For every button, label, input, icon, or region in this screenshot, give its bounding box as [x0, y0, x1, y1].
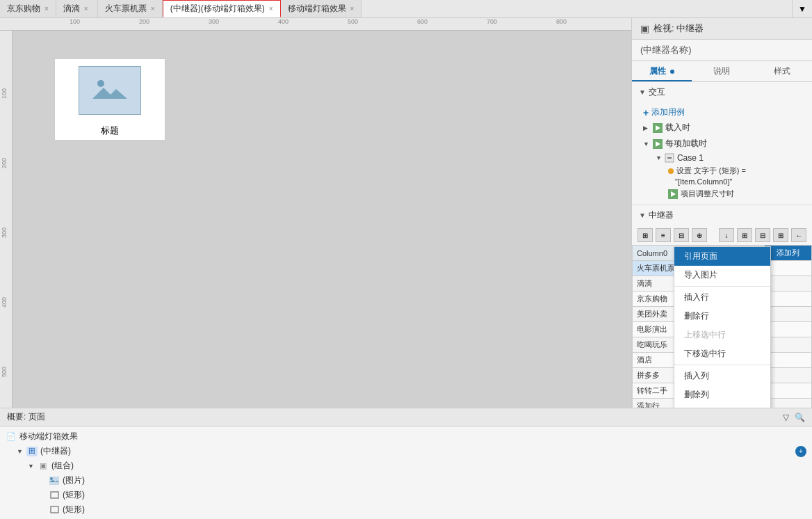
tree-label-rect2: (矩形): [63, 504, 85, 516]
repeater-section-header[interactable]: ▼ 中继器: [632, 205, 812, 225]
col-header-add[interactable]: 添加列: [764, 246, 811, 261]
interaction-section: ▼ 交互 + 添加用例 ▶ 载入时: [632, 82, 812, 205]
table-cell[interactable]: [764, 399, 811, 408]
cm-item-move-down[interactable]: 下移选中行: [674, 344, 770, 363]
tab-close-train[interactable]: ×: [151, 5, 155, 13]
tree-item-group[interactable]: ▼ ▣ (组合): [6, 458, 806, 473]
table-cell[interactable]: [764, 276, 811, 292]
event-load-label: 载入时: [665, 122, 690, 134]
rect1-icon: [49, 490, 60, 500]
page-icon: 📄: [6, 432, 17, 442]
interaction-section-header[interactable]: ▼ 交互: [632, 82, 812, 102]
table-cell[interactable]: [764, 368, 811, 383]
tab-close-repeater[interactable]: ×: [269, 5, 273, 13]
tab-properties-dot: [670, 70, 674, 74]
table-cell[interactable]: [764, 383, 811, 399]
tab-close-jd[interactable]: ×: [44, 5, 49, 13]
rtb-down-btn[interactable]: ↓: [719, 228, 734, 242]
cm-item-insert-row[interactable]: 插入行: [674, 288, 770, 307]
tab-didi[interactable]: 滴滴 ×: [56, 0, 98, 17]
tree-item-page[interactable]: 📄 移动端灯箱效果: [6, 429, 806, 444]
cm-item-move-left[interactable]: 左移选中列: [674, 404, 770, 408]
tab-jd[interactable]: 京东购物 ×: [0, 0, 56, 17]
cm-item-import-img[interactable]: 导入图片: [674, 266, 770, 285]
right-panel: ▣ 检视: 中继器 (中继器名称) 属性 说明 样式 ▼ 交互: [631, 18, 812, 408]
add-usecase-btn[interactable]: + 添加用例: [643, 105, 805, 120]
search-icon[interactable]: 🔍: [795, 413, 805, 422]
rtb-list-btn[interactable]: ≡: [656, 228, 671, 242]
ruler-mark-left-200: 200: [1, 158, 8, 168]
rect2-icon: [49, 505, 60, 515]
event-each-icon-svg: [654, 141, 661, 147]
tab-dropdown[interactable]: ▼: [792, 0, 812, 17]
table-cell[interactable]: [764, 353, 811, 368]
tree-item-rect2[interactable]: ▶ (矩形): [6, 502, 806, 517]
table-cell[interactable]: [764, 322, 811, 337]
event-load[interactable]: ▶ 载入时: [643, 120, 805, 136]
tab-style[interactable]: 样式: [752, 61, 812, 81]
rtb-repeater2-btn[interactable]: ⊞: [773, 228, 788, 242]
rect1-icon-svg: [50, 491, 59, 499]
tab-close-lightbox[interactable]: ×: [350, 5, 355, 13]
filter-icon[interactable]: ▽: [783, 413, 789, 422]
tab-train[interactable]: 火车票机票 ×: [98, 0, 163, 17]
bottom-panel-header: 概要: 页面 ▽ 🔍: [0, 408, 812, 426]
tab-repeater-active[interactable]: (中继器)(移动端灯箱效果) ×: [163, 0, 281, 17]
ruler-mark-800: 800: [556, 18, 567, 25]
ruler-mark-left-100: 100: [1, 88, 8, 99]
bottom-panel-title: 概要: 页面: [7, 411, 45, 423]
tab-description[interactable]: 说明: [692, 61, 752, 81]
svg-marker-7: [671, 191, 676, 197]
tree-expand-btn[interactable]: +: [795, 446, 806, 457]
action-1[interactable]: 设置 文字于 (矩形) =: [668, 164, 805, 177]
ruler-mark-left-300: 300: [1, 227, 8, 238]
case-1-row[interactable]: ▼ Case 1: [656, 152, 805, 164]
event-each-load-header[interactable]: ▼ 每项加载时: [643, 136, 805, 152]
tree-label-image: (图片): [63, 474, 85, 486]
cm-item-ref-page[interactable]: 引用页面: [674, 247, 770, 266]
svg-marker-3: [656, 125, 660, 131]
tree-label-rect1: (矩形): [63, 489, 85, 501]
rtb-table-btn[interactable]: ⊞: [737, 228, 752, 242]
event-each-load-arrow: ▼: [643, 141, 650, 147]
panel-header: ▣ 检视: 中继器: [632, 18, 812, 40]
svg-point-10: [50, 477, 53, 480]
widget-container[interactable]: 标题: [54, 58, 165, 141]
event-each-load-icon: [653, 139, 663, 149]
tab-close-didi[interactable]: ×: [84, 5, 88, 13]
tree-item-rect1[interactable]: ▶ (矩形): [6, 488, 806, 502]
tree-area: 📄 移动端灯箱效果 ▼ 田 (中继器) + ▼ ▣ (组合) ▶: [0, 426, 812, 519]
rtb-col-btn[interactable]: ⊟: [755, 228, 770, 242]
tree-label-repeater: (中继器): [40, 445, 71, 457]
table-cell[interactable]: [764, 261, 811, 276]
svg-rect-11: [51, 492, 58, 498]
rtb-detail-btn[interactable]: ⊟: [674, 228, 689, 242]
tree-item-repeater[interactable]: ▼ 田 (中继器) +: [6, 444, 806, 458]
tab-lightbox[interactable]: 移动端灯箱效果 ×: [281, 0, 362, 17]
case-1-icon: [665, 153, 674, 163]
case-1-container: ▼ Case 1 设置 文: [643, 152, 805, 200]
rtb-expand-btn[interactable]: ⊕: [692, 228, 707, 242]
cm-divider-2: [674, 365, 770, 365]
cm-item-insert-col[interactable]: 插入列: [674, 367, 770, 385]
cm-item-delete-col[interactable]: 删除列: [674, 385, 770, 404]
table-cell[interactable]: [764, 307, 811, 322]
table-cell[interactable]: [764, 292, 811, 307]
cm-item-move-up: 上移选中行: [674, 326, 770, 344]
action-2-icon: [668, 189, 678, 199]
repeater-section: ▼ 中继器 ⊞ ≡ ⊟ ⊕ ↓ ⊞ ⊟ ⊞ ←: [632, 205, 812, 408]
action-2-svg: [669, 191, 676, 198]
cm-item-delete-row[interactable]: 删除行: [674, 307, 770, 326]
action-2[interactable]: 项目调整尺寸时: [668, 187, 805, 200]
ruler-mark-left-400: 400: [1, 297, 8, 308]
rtb-arrow-btn[interactable]: ←: [791, 228, 806, 242]
ruler-mark-100: 100: [70, 18, 80, 25]
tree-item-image[interactable]: ▶ (图片): [6, 473, 806, 488]
image-icon-svg: [49, 477, 59, 485]
table-cell[interactable]: [764, 337, 811, 353]
action-1-dot: [668, 168, 674, 174]
rtb-grid-btn[interactable]: ⊞: [638, 228, 653, 242]
tab-properties[interactable]: 属性: [632, 61, 692, 81]
svg-marker-4: [656, 141, 660, 147]
canvas-content: 标题: [13, 31, 631, 408]
